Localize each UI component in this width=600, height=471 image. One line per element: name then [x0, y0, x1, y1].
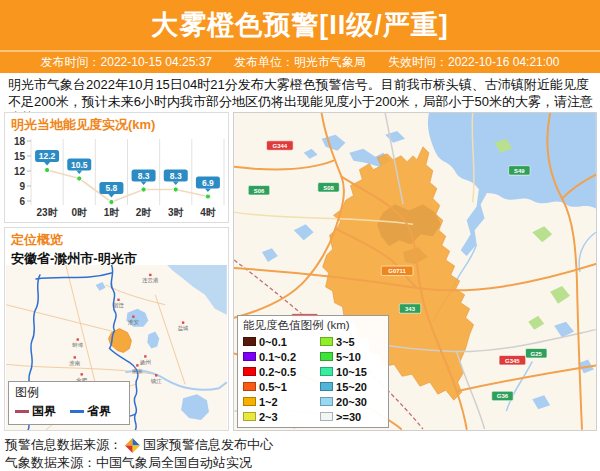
svg-text:S49: S49 — [514, 168, 525, 174]
range-label: 0.5~1 — [259, 381, 287, 393]
range-label: 0.2~0.5 — [259, 366, 296, 378]
svg-text:4时: 4时 — [200, 207, 216, 218]
range-label: 3~5 — [336, 336, 355, 348]
publish-time: 发布时间：2022-10-15 04:25:37 — [41, 54, 212, 71]
svg-text:镇江: 镇江 — [151, 378, 162, 385]
location-title: 定位概览 — [5, 228, 228, 249]
svg-text:淮安: 淮安 — [128, 319, 139, 326]
border-legend-item-0: 国界 — [15, 403, 56, 420]
source1-label: 预警信息数据来源： — [5, 436, 122, 454]
svg-text:0时: 0时 — [71, 207, 87, 218]
visibility-legend-item-4: 1~2 — [243, 394, 312, 409]
svg-text:15: 15 — [14, 151, 26, 162]
visibility-legend-item-8: 10~15 — [320, 364, 383, 379]
visibility-legend-item-3: 0.5~1 — [243, 379, 312, 394]
svg-text:G25: G25 — [531, 351, 543, 357]
visibility-legend-item-7: 5~10 — [320, 349, 383, 364]
svg-text:8.3: 8.3 — [170, 171, 182, 181]
svg-text:G345: G345 — [505, 358, 520, 364]
range-label: 15~20 — [336, 381, 367, 393]
legend-label: 国界 — [32, 403, 56, 420]
color-swatch — [320, 352, 333, 361]
svg-text:蚌埠: 蚌埠 — [72, 342, 83, 348]
visibility-legend-item-1: 0.1~0.2 — [243, 349, 312, 364]
color-swatch — [320, 367, 333, 376]
legend-line-swatch — [15, 410, 29, 413]
svg-text:343: 343 — [405, 306, 416, 312]
visibility-legend-item-0: 0~0.1 — [243, 334, 312, 349]
color-swatch — [243, 367, 256, 376]
range-label: 10~15 — [336, 366, 367, 378]
visibility-map-panel: G344S49S06S08G0711343G205G345G25G36 能见度色… — [233, 112, 597, 431]
svg-text:2时: 2时 — [136, 207, 152, 218]
visibility-legend-item-9: 15~20 — [320, 379, 383, 394]
data-source-line-2: 气象数据来源：中国气象局全国自动站实况 — [5, 454, 252, 471]
color-swatch — [320, 397, 333, 406]
color-swatch — [243, 337, 256, 346]
svg-text:9: 9 — [19, 181, 25, 192]
visibility-legend-item-10: 20~30 — [320, 394, 383, 409]
svg-text:宿迁: 宿迁 — [113, 302, 124, 309]
svg-text:5.8: 5.8 — [106, 183, 118, 193]
color-swatch — [320, 412, 333, 421]
visibility-legend-item-11: >=30 — [320, 409, 383, 424]
svg-text:S08: S08 — [323, 185, 334, 191]
border-legend-title: 图例 — [15, 384, 123, 401]
location-panel: 定位概览 安徽省-滁州市-明光市 连云港宿迁淮安盐城蚌埠淮南扬州南京合肥镇江 图… — [4, 227, 229, 431]
page-title: 大雾橙色预警[II级/严重] — [151, 7, 449, 43]
svg-text:连云港: 连云港 — [142, 277, 159, 284]
color-swatch — [243, 352, 256, 361]
color-swatch — [320, 337, 333, 346]
svg-text:盐城: 盐城 — [178, 325, 189, 332]
range-label: 2~3 — [259, 411, 278, 423]
visibility-legend-title: 能见度色值图例 (km) — [243, 318, 383, 333]
svg-text:18: 18 — [14, 136, 26, 147]
border-legend-item-1: 省界 — [70, 403, 111, 420]
svg-text:淮南: 淮南 — [69, 360, 80, 367]
border-legend: 图例 国界省界 — [8, 381, 130, 425]
svg-text:6: 6 — [19, 196, 25, 207]
visibility-legend-item-2: 0.2~0.5 — [243, 364, 312, 379]
range-label: 20~30 — [336, 396, 367, 408]
range-label: 0.1~0.2 — [259, 351, 296, 363]
svg-text:12: 12 — [14, 166, 26, 177]
range-label: 1~2 — [259, 396, 278, 408]
svg-text:扬州: 扬州 — [140, 359, 151, 366]
visibility-line-chart: 1815129623时0时1时2时3时4时12.210.55.88.38.36.… — [5, 131, 228, 223]
source1-value: 国家预警信息发布中心 — [143, 436, 273, 454]
legend-line-swatch — [70, 410, 84, 413]
range-label: 5~10 — [336, 351, 361, 363]
publish-unit: 发布单位：明光市气象局 — [234, 54, 366, 71]
svg-text:3时: 3时 — [168, 207, 184, 218]
legend-label: 省界 — [87, 403, 111, 420]
svg-text:南京: 南京 — [132, 368, 143, 374]
svg-text:G344: G344 — [273, 143, 288, 149]
svg-text:G0711: G0711 — [388, 268, 406, 274]
visibility-legend-item-5: 2~3 — [243, 409, 312, 424]
color-swatch — [243, 412, 256, 421]
warning-banner: 大雾橙色预警[II级/严重] — [0, 0, 600, 50]
expire-time: 失效时间：2022-10-16 04:21:00 — [388, 54, 559, 71]
color-swatch — [320, 382, 333, 391]
publish-info-bar: 发布时间：2022-10-15 04:25:37 发布单位：明光市气象局 失效时… — [0, 52, 600, 73]
range-label: 0~0.1 — [259, 336, 287, 348]
range-label: >=30 — [336, 411, 361, 423]
visibility-legend-item-6: 3~5 — [320, 334, 383, 349]
svg-text:10.5: 10.5 — [71, 160, 88, 170]
nwc-diamond-logo-icon — [125, 438, 140, 453]
color-swatch — [243, 382, 256, 391]
svg-text:6.9: 6.9 — [202, 178, 214, 188]
svg-text:1时: 1时 — [104, 207, 120, 218]
svg-text:12.2: 12.2 — [39, 151, 56, 161]
visibility-chart-panel: 明光当地能见度实况(km) 1815129623时0时1时2时3时4时12.21… — [4, 112, 229, 223]
color-swatch — [243, 397, 256, 406]
svg-text:23时: 23时 — [37, 207, 58, 218]
visibility-color-legend: 能见度色值图例 (km) 0~0.10.1~0.20.2~0.50.5~11~2… — [237, 315, 389, 428]
svg-text:S06: S06 — [254, 188, 265, 194]
data-source-line-1: 预警信息数据来源： 国家预警信息发布中心 — [5, 436, 273, 454]
svg-text:8.3: 8.3 — [138, 171, 150, 181]
svg-text:G36: G36 — [497, 393, 509, 399]
